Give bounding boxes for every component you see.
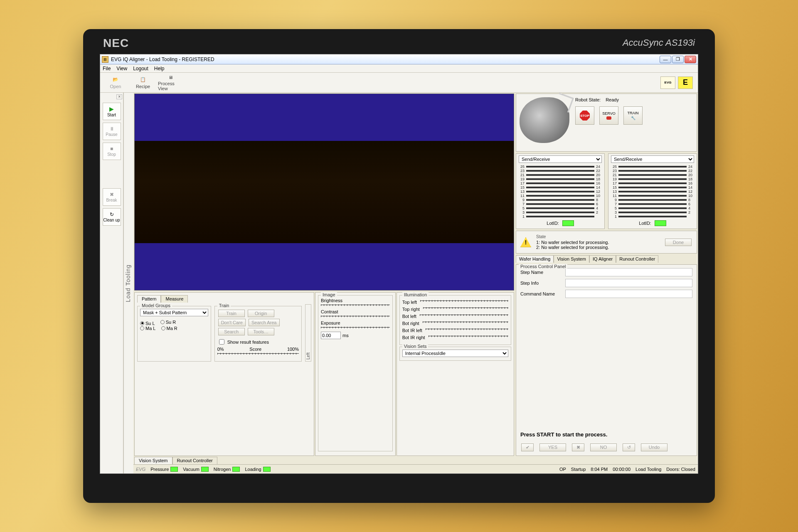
wafer-slot-row[interactable]: 98 xyxy=(519,198,602,202)
wafer-slot-row[interactable]: 54 xyxy=(611,206,694,210)
show-result-checkbox[interactable]: Show result features xyxy=(217,338,299,346)
wafer-slot-row[interactable]: 2120 xyxy=(519,173,602,177)
search-button[interactable]: Search xyxy=(218,328,245,335)
radio-ma-r[interactable]: Ma R xyxy=(161,326,177,331)
window-close-button[interactable]: ✕ xyxy=(685,56,696,63)
illum-irr-slider[interactable] xyxy=(429,335,508,337)
bottom-tab-runout[interactable]: Runout Controller xyxy=(172,457,217,464)
pcp-undo-icon-button[interactable]: ↺ xyxy=(623,443,635,451)
wafer-slot-row[interactable]: 1312 xyxy=(519,190,602,194)
recipe-icon: 📋 xyxy=(139,76,147,83)
menu-view[interactable]: View xyxy=(116,66,127,71)
slot-num-left: 17 xyxy=(611,181,618,185)
vision-sets-select[interactable]: Internal ProcessIdle xyxy=(402,350,508,357)
pcp-check-button[interactable]: ✔ xyxy=(521,443,534,451)
illum-irl-slider[interactable] xyxy=(426,328,508,330)
train-button[interactable]: Train xyxy=(218,310,245,317)
toolbar-recipe-button[interactable]: 📋 Recipe xyxy=(130,74,156,91)
radio-ma-l[interactable]: Ma L xyxy=(140,326,155,331)
wafer-slot-row[interactable]: 1514 xyxy=(519,185,602,190)
slot-num-right: 6 xyxy=(595,202,602,206)
wafer-slot-row[interactable]: 76 xyxy=(611,202,694,206)
cassette-1-mode-select[interactable]: Send/Receive xyxy=(519,155,602,163)
wafer-slot-row[interactable]: 32 xyxy=(519,210,602,214)
cassette-2-mode-select[interactable]: Send/Receive xyxy=(611,155,694,163)
dontcare-button[interactable]: Don't Care xyxy=(218,319,246,326)
menu-help[interactable]: Help xyxy=(154,66,165,71)
contrast-slider[interactable] xyxy=(321,315,390,317)
illum-bl-slider[interactable] xyxy=(420,314,508,316)
exposure-input[interactable] xyxy=(321,332,341,339)
toolbar-open-button[interactable]: 📂 Open xyxy=(103,74,128,91)
tab-runout-controller[interactable]: Runout Controller xyxy=(616,255,658,263)
wafer-slot-row[interactable]: 1312 xyxy=(611,190,694,194)
pause-button[interactable]: ⏸ Pause xyxy=(103,123,121,140)
wafer-slot-row[interactable]: 2120 xyxy=(611,173,694,177)
robot-servo-button[interactable]: SERVO xyxy=(599,106,618,125)
wafer-slot-row[interactable]: 1110 xyxy=(519,194,602,198)
wafer-slot-row[interactable]: 1918 xyxy=(519,177,602,181)
slot-num-left: 17 xyxy=(519,181,525,185)
illum-tr-slider[interactable] xyxy=(423,307,508,309)
start-button[interactable]: ▶ Start xyxy=(103,103,121,120)
robot-train-button[interactable]: TRAIN 🔧 xyxy=(623,106,643,125)
wafer-slot-row[interactable]: 54 xyxy=(519,206,602,210)
wafer-slot-row[interactable]: 1716 xyxy=(519,181,602,185)
wafer-slot-row[interactable]: 1716 xyxy=(611,181,694,185)
window-maximize-button[interactable]: ❐ xyxy=(672,56,684,63)
wafer-slot-row[interactable]: 2322 xyxy=(519,169,602,173)
slot-num-right: 2 xyxy=(687,210,694,214)
origin-button[interactable]: Origin xyxy=(248,310,274,317)
tab-wafer-handling[interactable]: Wafer Handling xyxy=(516,255,554,263)
status-pressure-label: Pressure xyxy=(150,467,169,472)
radio-su-r[interactable]: Su R xyxy=(160,320,176,325)
exposure-slider[interactable] xyxy=(321,327,390,328)
model-group-select[interactable]: Mask + Subst Pattern xyxy=(140,309,208,316)
toolbar-processview-button[interactable]: 🖥 Process View xyxy=(158,74,183,91)
menu-logout[interactable]: Logout xyxy=(133,66,148,71)
illum-br-slider[interactable] xyxy=(423,321,508,323)
pcp-no-button[interactable]: NO xyxy=(590,443,617,451)
brightness-slider[interactable] xyxy=(321,304,390,306)
illum-tl-slider[interactable] xyxy=(420,300,508,302)
pcp-x-button[interactable]: ✖ xyxy=(572,443,584,451)
tab-iq-aligner[interactable]: IQ Aligner xyxy=(589,255,616,263)
pcp-stepname-field xyxy=(565,268,692,276)
break-button[interactable]: ✖ Break xyxy=(103,188,121,206)
train-label: TRAIN xyxy=(628,111,639,115)
cleanup-button[interactable]: ↻ Clean up xyxy=(103,208,121,226)
status-op: OP xyxy=(559,467,566,472)
wafer-slot-row[interactable]: 32 xyxy=(611,210,694,214)
radio-su-l[interactable]: Su L xyxy=(140,321,155,326)
slot-bar xyxy=(526,203,594,205)
menu-file[interactable]: File xyxy=(103,66,111,71)
pcp-message-area xyxy=(520,300,692,321)
slot-bar xyxy=(618,166,687,167)
wafer-slot-row[interactable]: 2524 xyxy=(611,165,694,169)
status-startup: Startup xyxy=(571,467,586,472)
stop-button[interactable]: ■ Stop xyxy=(103,143,121,160)
searcharea-button[interactable]: Search Area xyxy=(249,319,280,326)
wafer-slot-row[interactable]: 2322 xyxy=(611,169,694,173)
window-minimize-button[interactable]: — xyxy=(660,56,671,63)
pcp-undo-button[interactable]: Undo xyxy=(641,443,667,451)
state-done-button[interactable]: Done xyxy=(665,239,692,246)
wafer-slot-row[interactable]: 1110 xyxy=(611,194,694,198)
slot-bar xyxy=(526,178,594,180)
wafer-slot-row[interactable]: 1 xyxy=(519,214,602,219)
wafer-slot-row[interactable]: 76 xyxy=(519,202,602,206)
left-toolbar-close[interactable]: × xyxy=(116,94,122,99)
wafer-slot-row[interactable]: 1514 xyxy=(611,185,694,190)
score-slider[interactable] xyxy=(217,353,299,355)
robot-stop-button[interactable]: STOP xyxy=(575,106,594,125)
wafer-slot-row[interactable]: 1918 xyxy=(611,177,694,181)
wafer-slot-row[interactable]: 98 xyxy=(611,198,694,202)
wafer-slot-row[interactable]: 2524 xyxy=(519,165,602,169)
tab-pattern[interactable]: Pattern xyxy=(137,295,161,303)
tools-button[interactable]: Tools… xyxy=(248,328,274,335)
tab-measure[interactable]: Measure xyxy=(161,295,188,303)
wafer-slot-row[interactable]: 1 xyxy=(611,214,694,219)
bottom-tab-vision[interactable]: Vision System xyxy=(134,457,172,464)
pcp-yes-button[interactable]: YES xyxy=(539,443,566,451)
tab-vision-system[interactable]: Vision System xyxy=(554,255,589,263)
